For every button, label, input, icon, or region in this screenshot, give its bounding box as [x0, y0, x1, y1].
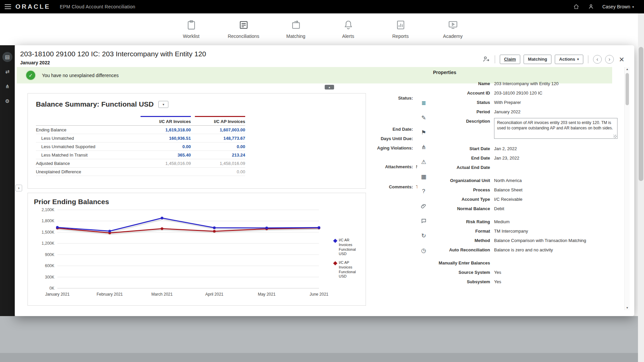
properties-scrollbar[interactable]: ▲ ▼	[624, 67, 630, 310]
nav-item-matching[interactable]: Matching	[277, 19, 315, 45]
hierarchy-icon[interactable]: ⋔	[417, 140, 430, 155]
page-scrollbar[interactable]	[638, 13, 644, 362]
property-group: Organizational UnitNorth AmericaProcessB…	[433, 177, 623, 212]
legend-label: I/C AR Invoices Functional USD	[339, 238, 360, 256]
svg-text:1,200K: 1,200K	[42, 241, 54, 246]
branch-icon[interactable]: ⋔	[2, 81, 12, 92]
property-row: Source SystemYes	[433, 269, 623, 276]
svg-text:June 2021: June 2021	[310, 292, 328, 297]
currency-dropdown[interactable]: ▾	[158, 101, 168, 108]
balance-row: Ending Balance1,619,318.001,607,003.00	[36, 126, 245, 134]
hamburger-menu-icon[interactable]	[0, 0, 15, 13]
next-button[interactable]: ›	[605, 55, 614, 64]
balance-row-label: Ending Balance	[36, 127, 137, 132]
claim-button[interactable]: Claim	[500, 55, 520, 64]
property-value: Balance Sheet	[494, 187, 618, 193]
property-row: FormatTM Intercompany	[433, 228, 623, 234]
previous-button[interactable]: ‹	[593, 55, 602, 64]
settings-icon[interactable]: ⚙	[2, 96, 12, 106]
property-label: Auto Reconciliation	[433, 247, 490, 253]
property-row: Name203 Intercompany with Entity 120	[433, 80, 623, 87]
balance-row-label: Unexplained Difference	[36, 169, 137, 174]
svg-text:0K: 0K	[49, 286, 54, 291]
balance-value[interactable]: 0.00	[141, 144, 191, 149]
side-toolbar: ≣✎⚑⋔⚠▦?↻◷	[417, 96, 430, 258]
balance-table: I/C AR InvoicesI/C AP InvoicesEnding Bal…	[36, 114, 245, 176]
legend-marker	[333, 261, 337, 265]
balance-value[interactable]: 213.24	[195, 153, 245, 158]
balance-value[interactable]: 0.00	[195, 144, 245, 149]
user-icon[interactable]	[588, 3, 594, 10]
prior-balances-chart: 0K300K600K900K1,200K1,500K1,800K2,100KJa…	[34, 207, 332, 298]
balance-value[interactable]: 1,607,003.00	[195, 127, 245, 132]
banner-text: You have no unexplained differences	[42, 73, 119, 78]
nav-item-label: Reconciliations	[225, 34, 262, 39]
balance-value[interactable]: 148,773.67	[195, 136, 245, 141]
chart-title: Prior Ending Balances	[34, 198, 360, 206]
days-until-due-label: Days Until Due:	[337, 136, 413, 141]
divider	[588, 55, 588, 63]
nav-item-reports[interactable]: Reports	[382, 19, 419, 45]
column-accent-bar	[195, 116, 245, 117]
property-value: With Preparer	[494, 99, 618, 106]
collapse-banner-button[interactable]: ▴	[325, 85, 334, 89]
prior-balances-card: Prior Ending Balances 0K300K600K900K1,20…	[28, 193, 366, 306]
sync-icon[interactable]: ⇄	[2, 67, 12, 77]
summary-list-icon[interactable]: ≣	[417, 96, 430, 110]
comment-icon[interactable]	[417, 214, 430, 228]
property-value: Jan 2, 2022	[494, 145, 618, 152]
expand-panel-button[interactable]: ›	[15, 185, 22, 191]
svg-text:900K: 900K	[45, 252, 54, 257]
matching-button[interactable]: Matching	[524, 55, 551, 64]
balance-value[interactable]: 365.40	[141, 153, 191, 158]
scroll-up-icon[interactable]: ▲	[625, 68, 630, 71]
svg-text:300K: 300K	[45, 275, 54, 280]
nav-item-alerts[interactable]: Alerts	[329, 19, 367, 45]
property-row: DescriptionReconciliation of AR invoices…	[433, 118, 623, 139]
property-label: Manually Enter Balances	[433, 260, 490, 266]
property-value: Yes	[494, 269, 618, 276]
property-value: Jan 23, 2022	[494, 155, 618, 161]
nav-item-label: Academy	[434, 34, 472, 39]
flag-icon[interactable]: ⚑	[417, 125, 430, 140]
actions-button[interactable]: Actions▾	[555, 55, 583, 64]
document-edit-icon[interactable]: ✎	[417, 110, 430, 125]
property-value: Balance is zero and no activity	[494, 247, 618, 253]
reconciliation-list-icon[interactable]: ▤	[2, 52, 12, 62]
history-icon[interactable]: ◷	[417, 243, 430, 258]
dialog-header: 203-18100 29100 120 IC: 203 Intercompany…	[15, 45, 634, 67]
home-icon[interactable]	[573, 3, 580, 10]
page-scrollbar-thumb[interactable]	[639, 47, 643, 181]
balance-row-label: Less Unmatched Supported	[36, 144, 137, 149]
refresh-icon[interactable]: ↻	[417, 228, 430, 243]
dashboard-icon[interactable]: ▦	[417, 169, 430, 184]
balance-row-label: Adjusted Balance	[36, 161, 137, 166]
balance-value: 1,458,016.09	[195, 161, 245, 166]
balance-value[interactable]: 160,936.51	[141, 136, 191, 141]
app-title: EPM Cloud Account Reconciliation	[60, 4, 135, 9]
close-icon[interactable]: ×	[619, 55, 624, 64]
property-row: Account ID203-18100 29100 120 IC	[433, 90, 623, 96]
warning-icon[interactable]: ⚠	[417, 155, 430, 169]
attachment-icon[interactable]	[417, 199, 430, 214]
balance-value[interactable]: 1,619,318.00	[141, 127, 191, 132]
property-label: Method	[433, 237, 490, 244]
property-group: Manually Enter BalancesSource SystemYesS…	[433, 260, 623, 285]
description-field[interactable]: Reconciliation of AR invoices entity 203…	[494, 118, 618, 139]
divider	[495, 55, 495, 63]
balance-row: Less Unmatched160,936.51148,773.67	[36, 134, 245, 142]
property-value: TM Intercompany	[494, 228, 618, 234]
nav-item-academy[interactable]: Academy	[434, 19, 472, 45]
scroll-down-icon[interactable]: ▼	[625, 306, 630, 309]
property-group: Risk RatingMediumFormatTM IntercompanyMe…	[433, 219, 623, 253]
assign-user-icon[interactable]	[482, 55, 490, 63]
help-icon[interactable]: ?	[417, 184, 430, 199]
property-value: 203-18100 29100 120 IC	[494, 90, 618, 96]
legend-item: I/C AR Invoices Functional USD	[334, 238, 360, 256]
user-menu[interactable]: Casey Brown ▾	[602, 4, 634, 9]
nav-item-reconciliations[interactable]: Reconciliations	[225, 19, 262, 45]
balance-value: 0.00	[195, 169, 245, 174]
nav-item-worklist[interactable]: Worklist	[172, 19, 210, 45]
property-value: Yes	[494, 279, 618, 285]
properties-scrollbar-thumb[interactable]	[626, 73, 629, 105]
